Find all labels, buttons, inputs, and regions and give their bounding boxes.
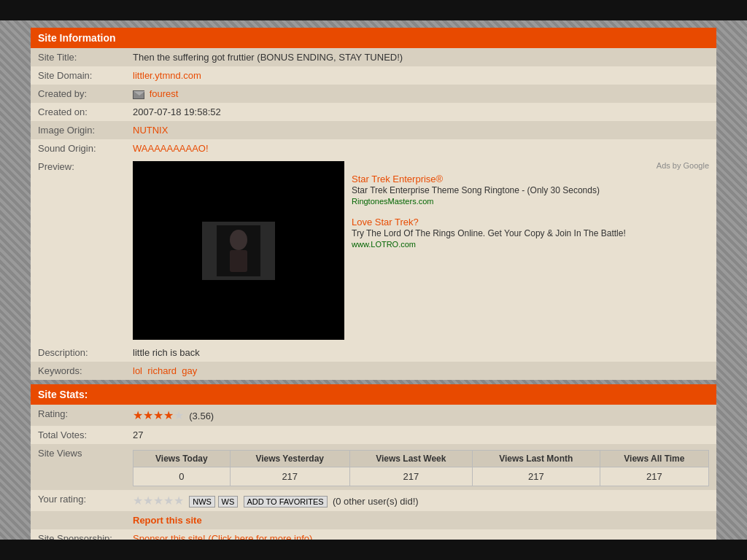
created-on-label: Created on:: [31, 103, 125, 121]
email-icon: [133, 90, 144, 99]
preview-row: Preview: Ads by G: [31, 158, 716, 343]
views-lastmonth-value: 217: [472, 467, 600, 486]
total-votes-value: 27: [125, 426, 716, 444]
report-value: Report this site: [125, 511, 716, 529]
views-alltime-value: 217: [600, 467, 708, 486]
keywords-row: Keywords: lol richard gay: [31, 362, 716, 380]
created-on-value: 2007-07-18 19:58:52: [125, 103, 716, 121]
keyword-richard[interactable]: richard: [147, 365, 177, 376]
views-table: Views Today Views Yesterday Views Last W…: [133, 450, 709, 486]
site-info-table: Site Title: Then the suffering got frutt…: [31, 48, 716, 380]
ad2-title[interactable]: Love Star Trek?: [352, 217, 419, 228]
rating-row: Rating: ★★★★★ (3.56): [31, 405, 716, 426]
site-domain-label: Site Domain:: [31, 66, 125, 85]
rating-stars-filled: ★★★★: [133, 409, 174, 421]
keyword-lol[interactable]: lol: [133, 365, 142, 376]
views-data-row: 0 217 217 217 217: [133, 467, 709, 486]
preview-label: Preview:: [31, 158, 125, 343]
site-title-value: Then the suffering got fruttier (BONUS E…: [125, 48, 716, 66]
your-rating-stars: ★★★★★: [133, 494, 184, 507]
keyword-gay[interactable]: gay: [182, 365, 197, 376]
rating-number: (3.56): [189, 411, 214, 421]
total-votes-label: Total Votes:: [31, 426, 125, 444]
image-origin-link[interactable]: NUTNIX: [133, 125, 168, 136]
ad1-title[interactable]: Star Trek Enterprise®: [352, 174, 443, 184]
ad2-url: www.LOTRO.com: [352, 240, 709, 249]
preview-image: [133, 161, 344, 340]
site-domain-link[interactable]: littler.ytmnd.com: [133, 70, 201, 81]
sound-origin-label: Sound Origin:: [31, 139, 125, 158]
preview-container: Ads by Google Star Trek Enterprise® Star…: [133, 161, 709, 340]
views-yesterday-header: Views Yesterday: [230, 451, 349, 467]
views-yesterday-value: 217: [230, 467, 349, 486]
image-origin-value: NUTNIX: [125, 121, 716, 139]
description-label: Description:: [31, 343, 125, 362]
your-rating-row: Your rating: ★★★★★ NWS WS ADD TO FAVORIT…: [31, 490, 716, 511]
ad-block-1: Star Trek Enterprise® Star Trek Enterpri…: [352, 174, 709, 206]
total-votes-row: Total Votes: 27: [31, 426, 716, 444]
created-by-row: Created by: fourest: [31, 85, 716, 103]
site-stats-header: Site Stats:: [31, 384, 716, 405]
keywords-label: Keywords:: [31, 362, 125, 380]
site-views-value: Views Today Views Yesterday Views Last W…: [125, 444, 716, 490]
site-domain-row: Site Domain: littler.ytmnd.com: [31, 66, 716, 85]
sound-origin-value: WAAAAAAAAAO!: [125, 139, 716, 158]
image-origin-label: Image Origin:: [31, 121, 125, 139]
ws-button[interactable]: WS: [218, 496, 239, 508]
your-rating-label: Your rating:: [31, 490, 125, 511]
site-views-row: Site Views Views Today Views Yesterday V…: [31, 444, 716, 490]
views-lastmonth-header: Views Last Month: [472, 451, 600, 467]
rating-label: Rating:: [31, 405, 125, 426]
preview-image-inner: [202, 222, 275, 280]
preview-value: Ads by Google Star Trek Enterprise® Star…: [125, 158, 716, 343]
views-header-row: Views Today Views Yesterday Views Last W…: [133, 451, 709, 467]
keywords-value: lol richard gay: [125, 362, 716, 380]
sound-origin-link[interactable]: WAAAAAAAAAO!: [133, 143, 209, 154]
preview-thumbnail: [217, 225, 260, 276]
bottom-bar: [0, 540, 747, 560]
ad2-desc: Try The Lord Of The Rings Online. Get Yo…: [352, 228, 709, 240]
top-bar: [0, 0, 747, 20]
site-stats-table: Rating: ★★★★★ (3.56) Total Votes: 27 Sit…: [31, 405, 716, 548]
site-title-label: Site Title:: [31, 48, 125, 66]
created-by-value: fourest: [125, 85, 716, 103]
ad1-desc: Star Trek Enterprise Theme Song Ringtone…: [352, 184, 709, 197]
rating-value: ★★★★★ (3.56): [125, 405, 716, 426]
site-title-row: Site Title: Then the suffering got frutt…: [31, 48, 716, 66]
image-origin-row: Image Origin: NUTNIX: [31, 121, 716, 139]
created-by-label: Created by:: [31, 85, 125, 103]
site-info-header: Site Information: [31, 28, 716, 48]
nws-button[interactable]: NWS: [189, 496, 215, 508]
views-lastweek-header: Views Last Week: [349, 451, 472, 467]
report-row: Report this site: [31, 511, 716, 529]
views-lastweek-value: 217: [349, 467, 472, 486]
description-row: Description: little rich is back: [31, 343, 716, 362]
views-today-value: 0: [133, 467, 231, 486]
views-today-header: Views Today: [133, 451, 231, 467]
svg-rect-2: [230, 250, 247, 272]
report-link[interactable]: Report this site: [133, 515, 202, 526]
sound-origin-row: Sound Origin: WAAAAAAAAAO!: [31, 139, 716, 158]
ads-label: Ads by Google: [352, 161, 709, 170]
page-wrapper: Site Information Site Title: Then the su…: [31, 28, 716, 548]
ads-panel: Ads by Google Star Trek Enterprise® Star…: [352, 161, 709, 260]
creator-link[interactable]: fourest: [150, 88, 179, 99]
ad1-url: RingtonesMasters.com: [352, 197, 709, 206]
site-views-label: Site Views: [31, 444, 125, 490]
ad-block-2: Love Star Trek? Try The Lord Of The Ring…: [352, 217, 709, 249]
views-alltime-header: Views All Time: [600, 451, 708, 467]
created-on-row: Created on: 2007-07-18 19:58:52: [31, 103, 716, 121]
add-to-favorites-button[interactable]: ADD TO FAVORITES: [244, 496, 328, 508]
svg-point-1: [230, 230, 247, 250]
rating-star-empty: ★: [174, 409, 184, 421]
favorites-note: (0 other user(s) did!): [333, 496, 419, 507]
your-rating-value: ★★★★★ NWS WS ADD TO FAVORITES (0 other u…: [125, 490, 716, 511]
description-value: little rich is back: [125, 343, 716, 362]
site-domain-value: littler.ytmnd.com: [125, 66, 716, 85]
